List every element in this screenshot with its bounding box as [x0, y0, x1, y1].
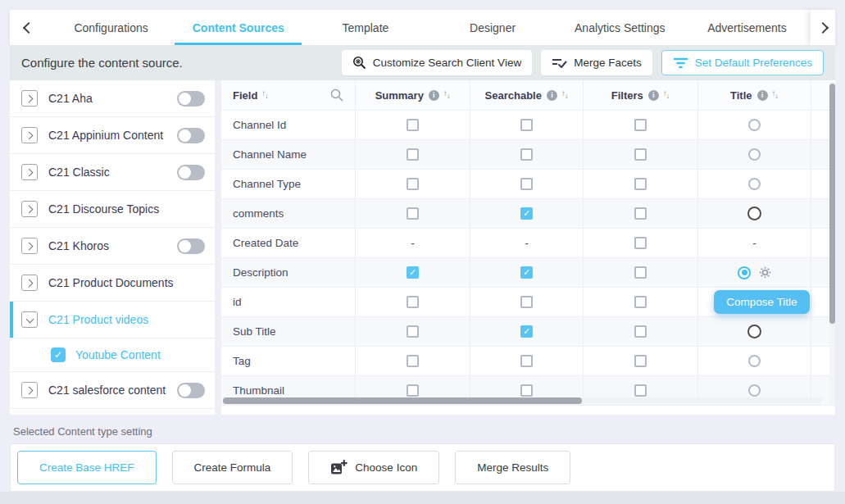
sidebar-item-c21-khoros[interactable]: C21 Khoros	[10, 228, 215, 265]
enable-toggle[interactable]	[177, 238, 205, 254]
column-header-filters[interactable]: Filtersi↑↓	[584, 80, 698, 110]
info-icon[interactable]: i	[547, 90, 557, 101]
tab-content-sources[interactable]: Content Sources	[175, 10, 302, 45]
checkbox-unchecked[interactable]	[520, 355, 533, 367]
tabs-next-button[interactable]	[811, 10, 835, 45]
checkbox-unchecked[interactable]	[407, 178, 419, 190]
radio-unselected[interactable]	[748, 384, 761, 397]
enable-toggle[interactable]	[177, 128, 205, 143]
sort-icon[interactable]: ↑↓	[561, 91, 569, 100]
checkbox-unchecked[interactable]	[520, 119, 533, 131]
sidebar-item-c21-classic[interactable]: C21 Classic	[10, 154, 215, 191]
horizontal-scrollbar	[223, 397, 822, 404]
sort-icon[interactable]: ↑↓	[261, 91, 269, 100]
sort-desc-arrow: ↓	[565, 92, 569, 101]
field-search-button[interactable]	[330, 89, 343, 102]
sort-icon[interactable]: ↑↓	[663, 91, 670, 100]
expand-chevron-box[interactable]	[21, 164, 38, 180]
radio-unselected[interactable]	[748, 148, 761, 161]
sidebar-child-youtube-content[interactable]: ✓Youtube Content	[10, 338, 215, 372]
sidebar-item-c21-appinium-content[interactable]: C21 Appinium Content	[10, 117, 215, 154]
checkbox-unchecked[interactable]	[634, 207, 647, 220]
sort-icon[interactable]: ↑↓	[772, 91, 779, 100]
checkbox-unchecked[interactable]	[407, 148, 419, 161]
checkbox-unchecked[interactable]	[407, 384, 419, 397]
checkbox-unchecked[interactable]	[407, 296, 419, 308]
tabs-prev-button[interactable]	[10, 10, 48, 45]
merge-results-button[interactable]: Merge Results	[455, 451, 570, 484]
info-icon[interactable]: i	[757, 90, 768, 101]
column-header-title[interactable]: Titlei↑↓	[698, 80, 811, 110]
expand-chevron-box[interactable]	[21, 90, 38, 107]
radio-unselected[interactable]	[748, 119, 761, 131]
checkbox-unchecked[interactable]	[634, 296, 647, 308]
tab-template[interactable]: Template	[302, 10, 429, 45]
checkbox-unchecked[interactable]	[634, 148, 647, 161]
checkbox-unchecked[interactable]	[407, 119, 419, 131]
checkbox-unchecked[interactable]	[634, 237, 647, 249]
tab-configurations[interactable]: Configurations	[48, 10, 175, 45]
field-name: comments	[233, 207, 284, 220]
checkbox-unchecked[interactable]	[520, 148, 533, 161]
customize-search-client-view-button[interactable]: Customize Search Client View	[342, 50, 532, 75]
checkbox-unchecked[interactable]	[634, 266, 647, 279]
sidebar-item-c21-product-videos[interactable]: C21 Product videos	[10, 302, 215, 338]
title-settings-gear-button[interactable]	[759, 266, 771, 279]
tab-advertisements[interactable]: Advertisements	[684, 10, 811, 45]
vertical-scrollbar-thumb[interactable]	[829, 84, 835, 324]
sidebar-item-c21-aha[interactable]: C21 Aha	[10, 80, 215, 117]
checkbox-checked[interactable]: ✓	[520, 325, 533, 338]
checkbox-unchecked[interactable]	[634, 119, 647, 131]
expand-chevron-box[interactable]	[21, 275, 38, 291]
tab-analytics-settings[interactable]: Analytics Settings	[557, 10, 684, 45]
field-name: Thumbnail	[233, 384, 284, 397]
column-header-summary[interactable]: Summaryi↑↓	[356, 80, 470, 110]
compose-title-tooltip-button[interactable]: Compose Title	[714, 290, 809, 314]
sort-icon[interactable]: ↑↓	[443, 91, 451, 100]
merge-facets-button[interactable]: Merge Facets	[541, 50, 652, 75]
sidebar-item-c21-product-documents[interactable]: C21 Product Documents	[10, 265, 215, 302]
enable-toggle[interactable]	[177, 165, 205, 180]
horizontal-scrollbar-thumb[interactable]	[223, 397, 582, 404]
checkbox-unchecked[interactable]	[407, 355, 419, 367]
expand-chevron-box[interactable]	[21, 382, 38, 398]
expand-chevron-box[interactable]	[21, 127, 38, 143]
cell-summary	[356, 111, 470, 139]
checkbox-unchecked[interactable]	[634, 355, 647, 367]
checkbox-unchecked[interactable]	[520, 296, 533, 308]
bottom-strip	[0, 492, 845, 504]
expand-chevron-box[interactable]	[21, 201, 38, 217]
radio-unselected-focused[interactable]	[747, 325, 761, 338]
create-formula-button[interactable]: Create Formula	[172, 451, 293, 484]
info-icon[interactable]: i	[429, 90, 439, 101]
enable-toggle[interactable]	[177, 383, 205, 398]
sidebar-item-c21-discourse-topics[interactable]: C21 Discourse Topics	[10, 191, 215, 228]
column-header-field[interactable]: Field↑↓	[221, 80, 356, 110]
checkbox-unchecked[interactable]	[407, 207, 419, 220]
checkbox-unchecked[interactable]	[520, 384, 533, 397]
tab-designer[interactable]: Designer	[429, 10, 557, 45]
sidebar-item-c21-salesforce-content[interactable]: C21 salesforce content	[10, 372, 215, 409]
checkbox-checked[interactable]: ✓	[407, 266, 419, 279]
column-header-searchable[interactable]: Searchablei↑↓	[470, 80, 584, 110]
info-icon[interactable]: i	[648, 90, 659, 101]
checkbox-unchecked[interactable]	[634, 325, 647, 338]
checkbox-unchecked[interactable]	[634, 178, 647, 190]
cell-field: Channel Id	[221, 111, 356, 139]
checkbox-checked[interactable]: ✓	[520, 266, 533, 279]
checkbox-unchecked[interactable]	[634, 384, 647, 397]
child-checkbox[interactable]: ✓	[51, 347, 66, 362]
radio-unselected[interactable]	[748, 178, 761, 190]
set-default-preferences-button[interactable]: Set Default Preferences	[661, 50, 824, 75]
checkbox-checked[interactable]: ✓	[520, 207, 533, 220]
enable-toggle[interactable]	[177, 91, 205, 107]
checkbox-unchecked[interactable]	[407, 325, 419, 338]
radio-unselected[interactable]	[748, 355, 761, 367]
radio-unselected-focused[interactable]	[747, 207, 761, 220]
choose-icon-button[interactable]: Choose Icon	[308, 451, 439, 484]
radio-selected[interactable]	[738, 266, 751, 279]
expand-chevron-box[interactable]	[21, 238, 38, 254]
create-base-href-button[interactable]: Create Base HREF	[17, 451, 157, 484]
collapse-chevron-box[interactable]	[21, 311, 38, 328]
checkbox-unchecked[interactable]	[520, 178, 533, 190]
